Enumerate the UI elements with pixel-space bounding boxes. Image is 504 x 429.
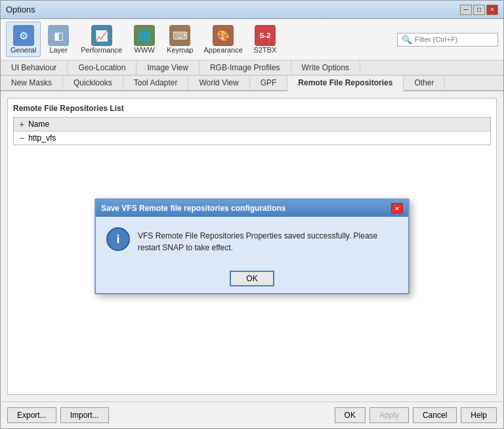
dialog-close-button[interactable]: × xyxy=(391,203,403,214)
toolbar-s2tbx-label: S2TBX xyxy=(253,46,276,54)
add-repository-button[interactable]: + xyxy=(19,120,24,129)
dialog-title: Save VFS Remote file repositories config… xyxy=(101,204,285,213)
remove-repository-button[interactable]: − xyxy=(19,133,24,143)
toolbar-appearance-label: Appearance xyxy=(203,46,242,54)
toolbar-www-label: WWW xyxy=(135,46,155,54)
window-title: Options xyxy=(6,5,35,14)
apply-button[interactable]: Apply xyxy=(369,407,409,423)
list-header-label: Name xyxy=(28,120,49,129)
save-dialog: Save VFS Remote file repositories config… xyxy=(94,198,410,294)
tab-tool-adapter[interactable]: Tool Adapter xyxy=(123,76,189,90)
toolbar-performance[interactable]: 📈 Performance xyxy=(76,22,127,57)
layer-icon: ◧ xyxy=(48,25,69,46)
toolbar-keymap[interactable]: ⌨ Keymap xyxy=(162,22,198,57)
dialog-title-bar: Save VFS Remote file repositories config… xyxy=(96,200,408,217)
ok-button[interactable]: OK xyxy=(335,407,366,423)
toolbar-appearance[interactable]: 🎨 Appearance xyxy=(199,22,247,57)
appearance-icon: 🎨 xyxy=(213,25,234,46)
list-header: + Name xyxy=(13,117,491,131)
tab-image-view[interactable]: Image View xyxy=(136,60,199,75)
title-bar: Options ─ □ × xyxy=(1,1,503,19)
tab-remote-file-repositories[interactable]: Remote File Repositories xyxy=(287,76,404,91)
tab-rgb-image-profiles[interactable]: RGB-Image Profiles xyxy=(200,60,291,75)
list-item: − http_vfs xyxy=(13,131,491,145)
footer-right-buttons: OK Apply Cancel Help xyxy=(335,407,497,423)
toolbar-keymap-label: Keymap xyxy=(167,46,193,54)
tab-world-view[interactable]: World View xyxy=(188,76,249,90)
general-icon: ⚙ xyxy=(13,25,34,46)
tab-other[interactable]: Other xyxy=(404,76,445,90)
footer: Export... Import... OK Apply Cancel Help xyxy=(1,401,503,428)
www-icon: 🌐 xyxy=(134,25,155,46)
tab-quicklooks[interactable]: Quicklooks xyxy=(63,76,123,90)
tabs-row2: New Masks Quicklooks Tool Adapter World … xyxy=(1,76,503,91)
search-box: 🔍 xyxy=(397,33,498,47)
tab-ui-behaviour[interactable]: UI Behaviour xyxy=(1,60,68,75)
minimize-button[interactable]: ─ xyxy=(460,5,472,15)
tab-new-masks[interactable]: New Masks xyxy=(1,76,63,90)
help-button[interactable]: Help xyxy=(461,407,497,423)
import-button[interactable]: Import... xyxy=(60,407,109,423)
dialog-info-icon: i xyxy=(106,227,130,251)
export-button[interactable]: Export... xyxy=(7,407,56,423)
dialog-body: i VFS Remote File Repositories Propertie… xyxy=(96,217,408,264)
toolbar-general-label: General xyxy=(10,46,36,54)
keymap-icon: ⌨ xyxy=(169,25,190,46)
toolbar-s2tbx[interactable]: S-2 S2TBX xyxy=(249,22,282,57)
dialog-footer: OK xyxy=(96,264,408,293)
tab-geo-location[interactable]: Geo-Location xyxy=(68,60,136,75)
dialog-ok-button[interactable]: OK xyxy=(230,271,274,286)
content-area: Remote File Repositories List + Name − h… xyxy=(1,91,503,401)
tab-gpf[interactable]: GPF xyxy=(250,76,288,90)
search-icon: 🔍 xyxy=(402,35,412,45)
performance-icon: 📈 xyxy=(91,25,112,46)
footer-left-buttons: Export... Import... xyxy=(7,407,109,423)
tabs-row1: UI Behaviour Geo-Location Image View RGB… xyxy=(1,60,503,76)
toolbar-performance-label: Performance xyxy=(81,46,122,54)
s2tbx-icon: S-2 xyxy=(255,25,276,46)
toolbar-layer-label: Layer xyxy=(49,46,68,54)
maximize-button[interactable]: □ xyxy=(473,5,485,15)
dialog-message: VFS Remote File Repositories Properties … xyxy=(138,227,398,254)
tab-write-options[interactable]: Write Options xyxy=(291,60,360,75)
panel-title: Remote File Repositories List xyxy=(13,104,491,113)
repository-name: http_vfs xyxy=(28,133,56,143)
toolbar-www[interactable]: 🌐 WWW xyxy=(128,22,161,57)
search-input[interactable] xyxy=(415,35,494,43)
close-button[interactable]: × xyxy=(486,5,498,15)
toolbar-layer[interactable]: ◧ Layer xyxy=(42,22,75,57)
cancel-button[interactable]: Cancel xyxy=(413,407,457,423)
toolbar: ⚙ General ◧ Layer 📈 Performance 🌐 WWW ⌨ … xyxy=(1,19,503,60)
main-window: Options ─ □ × ⚙ General ◧ Layer 📈 Perfor… xyxy=(0,0,504,429)
toolbar-general[interactable]: ⚙ General xyxy=(6,22,41,57)
window-controls: ─ □ × xyxy=(460,5,498,15)
